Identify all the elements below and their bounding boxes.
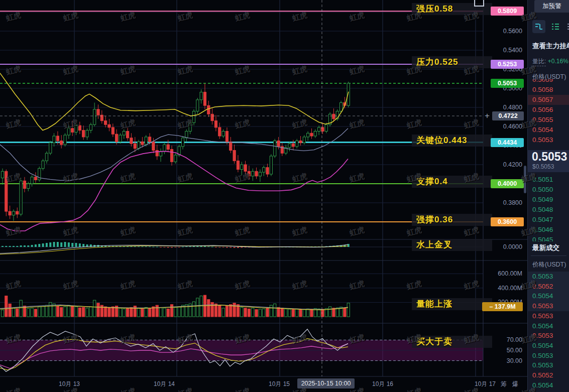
candle-body [67,128,70,135]
ask-row[interactable]: 0.5057 [528,95,569,105]
volume-bar [285,309,287,317]
candle-body [93,109,96,124]
candle-body [108,124,110,127]
candle-body [104,121,107,125]
trade-row[interactable]: 0.5053 [528,360,569,370]
candle-body [5,171,8,211]
volume-bar [89,307,92,317]
macd-hist-bar [237,247,239,248]
volume-bar [225,306,228,317]
bid-row[interactable]: 0.5046 [528,225,569,235]
price-axis-scrollbar[interactable] [524,166,526,193]
candle-body [318,127,320,132]
main-orders-title[interactable]: 查看主力挂单 [532,42,569,51]
ask-row[interactable]: 0.5054 [528,125,569,135]
macd-hist-bar [163,247,165,247]
volume-bar [292,310,294,317]
volume-bar [299,309,302,317]
candle-body [134,144,136,149]
volume-bar [38,307,41,317]
candle-body [252,171,254,176]
bid-row[interactable]: 0.5049 [528,195,569,205]
volume-bar [12,308,15,317]
macd-hist-bar [167,247,169,248]
candle-body [170,150,173,162]
ask-row[interactable]: 0.5056 [528,105,569,115]
candle-body [20,181,22,214]
volume-bar [45,305,48,317]
candle-body [237,161,239,169]
candle-body [27,184,30,189]
bid-row[interactable]: 0.5051 [528,175,569,185]
volume-bar [244,308,247,317]
volume-bar [277,307,280,317]
candle-body [123,132,125,136]
macd-hist-bar [145,246,147,247]
ask-row[interactable]: 0.5059 [528,79,569,85]
trade-row[interactable]: 0.5054 [528,291,569,301]
macd-hist-bar [152,247,154,247]
ask-row[interactable]: 0.5053 [528,135,569,145]
candle-body [152,142,155,150]
macd-hist-bar [82,244,84,247]
bid-row[interactable]: 0.5048 [528,205,569,215]
volume-bar [42,306,44,317]
add-alert-button[interactable]: 加预警 [534,0,569,13]
candlestick-chart[interactable] [0,0,569,392]
volume-bar [141,309,144,317]
volume-bar [296,309,298,317]
volume-bar [34,309,37,317]
trade-row[interactable]: 0.5054 [528,380,569,390]
trade-row[interactable]: 0.5053 [528,331,569,341]
trade-row[interactable]: 0.5054 [528,321,569,331]
candle-body [45,153,48,161]
volume-bar [218,305,221,317]
candle-body [277,141,280,147]
volume-bar [259,309,261,317]
candle-body [145,137,147,145]
trade-row[interactable]: 0.5053 [528,301,569,311]
candle-body [86,130,88,137]
trade-row[interactable]: 0.5053 [528,351,569,361]
trade-row[interactable]: 0.5053 [528,272,569,282]
trade-row[interactable]: 0.5054 [528,341,569,351]
candle-body [119,135,122,142]
volume-bar [329,307,331,317]
volume-bar [31,308,33,317]
volume-bar [5,296,8,317]
volume-bar [252,308,254,317]
bid-row[interactable]: 0.5050 [528,185,569,195]
bid-row[interactable]: 0.5047 [528,215,569,225]
bid-list: 0.50510.50500.50490.50480.50470.50460.50… [528,175,569,241]
macd-hist-bar [230,247,232,248]
volume-bar [148,308,151,317]
candle-body [274,141,276,156]
volume-bar [159,307,162,317]
ask-row[interactable]: 0.5055 [528,115,569,125]
candle-body [137,142,140,148]
macd-hist-bar [13,246,15,247]
depth-book-icon[interactable] [532,20,545,33]
volume-bar [27,309,30,317]
volume-bar [64,307,66,317]
trade-list-icon[interactable] [565,20,569,33]
bid-row[interactable]: 0.5045 [528,235,569,241]
volume-bar [167,309,169,317]
trade-row[interactable]: 0.5052 [528,370,569,380]
trade-row[interactable]: 0.5052 [528,282,569,292]
order-list-icon[interactable] [549,20,562,33]
candle-body [1,171,4,178]
candle-body [111,127,114,134]
trade-row[interactable]: 0.5053 [528,311,569,321]
volume-bar [310,309,313,317]
volume-bar [344,308,346,317]
candle-body [97,109,99,115]
candle-body [89,124,92,130]
volume-bar [170,305,173,317]
volume-bar [303,310,305,317]
last-price-block[interactable]: 0.5053 $0.5053 [528,150,569,172]
ask-row[interactable]: 0.5058 [528,85,569,95]
screenshot-icon[interactable] [474,0,484,7]
volume-bar [20,300,22,317]
candle-body [167,145,169,150]
